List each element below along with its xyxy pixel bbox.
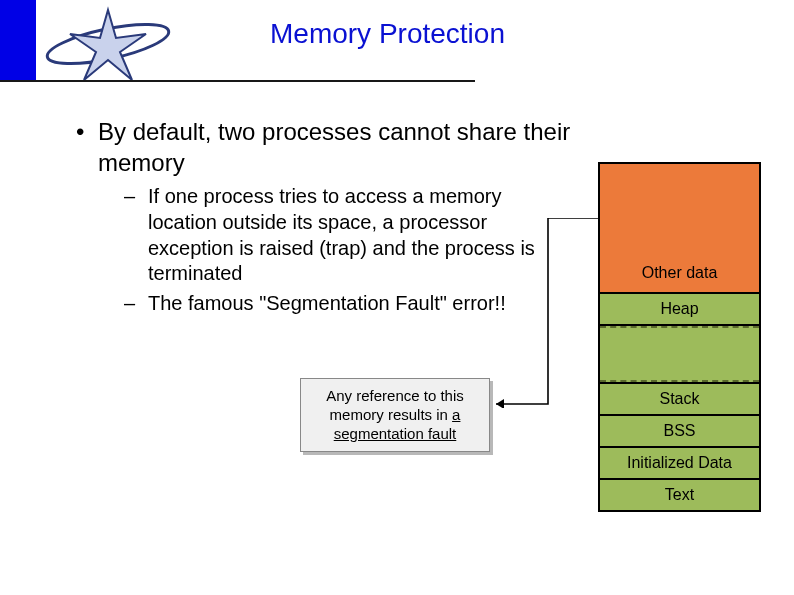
- dashed-divider-icon: [600, 326, 759, 328]
- note-line-3: segmentation fault: [311, 425, 479, 444]
- svg-marker-1: [70, 10, 146, 80]
- segment-other-data: Other data: [600, 164, 759, 292]
- bullet-dot-icon: •: [76, 116, 98, 147]
- bullet-main: • By default, two processes cannot share…: [76, 116, 596, 178]
- note-line-2: memory results in a: [311, 406, 479, 425]
- slide-header: Memory Protection: [0, 0, 794, 92]
- segment-init-data: Initialized Data: [600, 446, 759, 478]
- header-underline: [0, 80, 475, 82]
- segment-bss: BSS: [600, 414, 759, 446]
- bullet-sub-1: – If one process tries to access a memor…: [124, 184, 552, 286]
- dash-icon: –: [124, 184, 148, 286]
- header-accent: [0, 0, 36, 80]
- memory-layout-diagram: Other data Heap Stack BSS Initialized Da…: [598, 162, 761, 512]
- star-orbit-logo-icon: [38, 4, 178, 84]
- bullet-sub-2-text: The famous "Segmentation Fault" error!!: [148, 291, 506, 317]
- slide-body: • By default, two processes cannot share…: [76, 116, 596, 320]
- bullet-main-text: By default, two processes cannot share t…: [98, 116, 596, 178]
- segment-heap: Heap: [600, 292, 759, 324]
- svg-marker-2: [496, 399, 504, 408]
- segment-text: Text: [600, 478, 759, 510]
- bullet-sub-1-text: If one process tries to access a memory …: [148, 184, 552, 286]
- segment-stack: Stack: [600, 382, 759, 414]
- segment-gap: [600, 324, 759, 382]
- dash-icon: –: [124, 291, 148, 317]
- segfault-note: Any reference to this memory results in …: [300, 378, 490, 452]
- slide-title: Memory Protection: [270, 18, 505, 50]
- note-line-1: Any reference to this: [311, 387, 479, 406]
- dashed-divider-icon: [600, 380, 759, 382]
- bullet-sub-2: – The famous "Segmentation Fault" error!…: [124, 291, 552, 317]
